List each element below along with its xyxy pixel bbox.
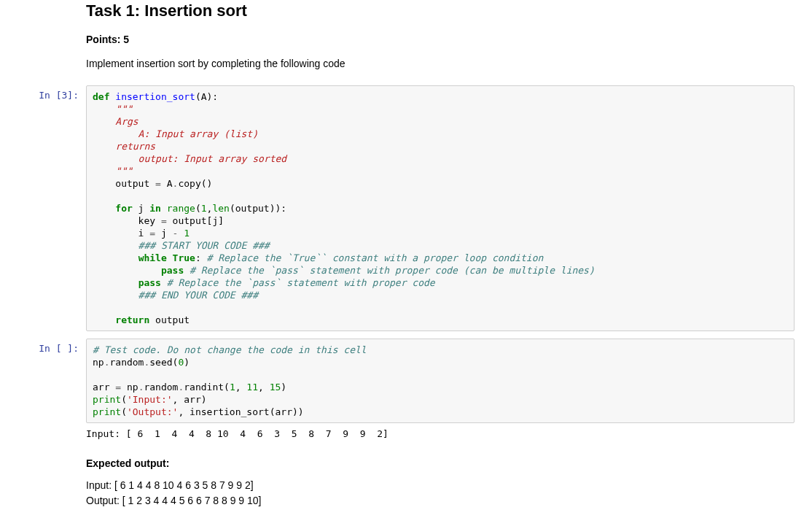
code-text: [167, 252, 173, 263]
number-literal: 1: [201, 203, 207, 214]
code-text: , arr): [173, 394, 207, 405]
expected-line2: Output: [ 1 2 3 4 4 4 5 6 6 7 8 8 9 9 10…: [86, 494, 795, 509]
code-text: np: [93, 357, 104, 368]
code-text: copy: [178, 178, 200, 189]
keyword-return: return: [115, 314, 149, 325]
operator: =: [149, 228, 155, 239]
code-text: [184, 265, 190, 276]
code-cell-2: In [ ]: # Test code. Do not change the c…: [0, 335, 812, 444]
input-prompt: In [ ]:: [0, 339, 86, 440]
cell-output: Input: [ 6 1 4 4 8 10 4 6 3 5 8 7 9 9 2]: [86, 428, 795, 440]
string-literal: 'Input:': [127, 394, 173, 405]
number-literal: 15: [270, 382, 281, 393]
code-text: i: [115, 228, 149, 239]
keyword-for: for: [115, 203, 132, 214]
comment: # Test code. Do not change the code in t…: [93, 344, 367, 355]
code-text: [161, 277, 167, 288]
code-text: random: [144, 382, 178, 393]
builtin-print: print: [93, 406, 121, 417]
builtin-len: len: [212, 203, 229, 214]
keyword-in: in: [149, 203, 161, 214]
code-text: :: [195, 252, 207, 263]
code-text: j: [155, 228, 172, 239]
comment: # Replace the `pass` statement with prop…: [190, 265, 595, 276]
code-text: (: [121, 406, 127, 417]
code-text: output: [149, 314, 190, 325]
code-text: j: [133, 203, 149, 214]
task-description: Implement insertion sort by completing t…: [86, 57, 795, 71]
operator: =: [115, 382, 121, 393]
task-points: Points: 5: [86, 33, 795, 47]
operator: =: [161, 215, 167, 226]
comment: ### START YOUR CODE ###: [115, 240, 269, 251]
code-text: (: [121, 394, 127, 405]
input-area[interactable]: def insertion_sort(A): """ Args A: Input…: [86, 85, 795, 331]
keyword-pass: pass: [138, 277, 161, 288]
function-name: insertion_sort: [115, 91, 195, 102]
keyword-def: def: [93, 91, 109, 102]
code-text: [115, 265, 161, 276]
task-title: Task 1: Insertion sort: [86, 0, 795, 23]
code-text: , insertion_sort(arr)): [178, 406, 303, 417]
code-text: (output)):: [230, 203, 286, 214]
code-text: (A):: [195, 91, 218, 102]
input-area[interactable]: # Test code. Do not change the code in t…: [86, 339, 795, 440]
code-text: random: [109, 357, 144, 368]
number-literal: 11: [246, 382, 258, 393]
code-text: arr: [93, 382, 115, 393]
code-text: np: [121, 382, 138, 393]
code-text: output: [115, 178, 155, 189]
code-text: (): [201, 178, 213, 189]
code-editor[interactable]: def insertion_sort(A): """ Args A: Input…: [86, 85, 795, 331]
code-text: ): [281, 382, 286, 393]
markdown-cell-expected: Expected output: Input: [ 6 1 4 4 8 10 4…: [86, 457, 812, 509]
code-text: randint(: [184, 382, 230, 393]
code-text: seed(: [149, 357, 178, 368]
comment: ### END YOUR CODE ###: [115, 290, 258, 301]
docstring: """: [115, 166, 132, 177]
docstring: A: Input array (list): [93, 128, 258, 139]
keyword-while: while: [138, 252, 167, 263]
bool-true: True: [173, 252, 195, 263]
code-text: [115, 277, 138, 288]
code-text: ,: [258, 382, 270, 393]
expected-title: Expected output:: [86, 457, 795, 471]
comment: # Replace the `pass` statement with prop…: [167, 277, 435, 288]
code-text: (: [195, 203, 201, 214]
operator: =: [155, 178, 161, 189]
docstring: Args: [93, 116, 138, 127]
input-prompt: In [3]:: [0, 85, 86, 331]
notebook-container: Task 1: Insertion sort Points: 5 Impleme…: [0, 0, 812, 509]
code-text: [161, 203, 167, 214]
code-text: ,: [235, 382, 247, 393]
expected-line1: Input: [ 6 1 4 4 8 10 4 6 3 5 8 7 9 9 2]: [86, 479, 795, 493]
docstring: """: [115, 104, 132, 115]
code-cell-1: In [3]: def insertion_sort(A): """ Args …: [0, 82, 812, 335]
docstring: output: Input array sorted: [93, 153, 286, 164]
markdown-cell-task: Task 1: Insertion sort Points: 5 Impleme…: [86, 0, 812, 71]
builtin-print: print: [93, 394, 121, 405]
code-editor[interactable]: # Test code. Do not change the code in t…: [86, 339, 795, 423]
code-text: output[j]: [167, 215, 224, 226]
number-literal: 1: [184, 228, 190, 239]
code-text: ): [184, 357, 190, 368]
code-text: key: [115, 215, 161, 226]
comment: # Replace the `True`` constant with a pr…: [207, 252, 544, 263]
code-text: [115, 252, 138, 263]
builtin-range: range: [167, 203, 195, 214]
number-literal: 1: [230, 382, 235, 393]
code-text: A: [161, 178, 173, 189]
string-literal: 'Output:': [127, 406, 178, 417]
docstring: returns: [93, 141, 155, 152]
keyword-pass: pass: [161, 265, 184, 276]
